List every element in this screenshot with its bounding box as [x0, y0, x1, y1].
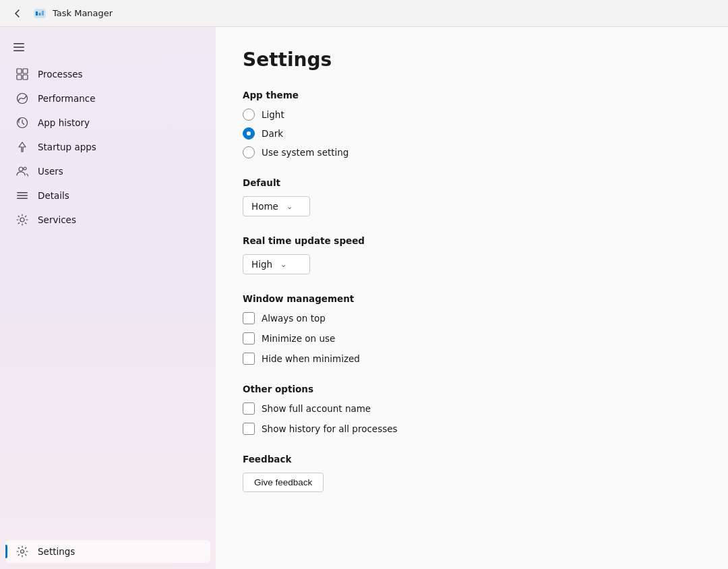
default-label: Default — [243, 177, 701, 188]
checkbox-box-hide-when-minimized — [243, 353, 255, 365]
realtime-update-dropdown[interactable]: High ⌄ — [243, 254, 310, 274]
sidebar-item-label: Users — [38, 166, 63, 177]
radio-dark-label: Dark — [262, 128, 283, 139]
sidebar-item-users[interactable]: Users — [5, 160, 210, 183]
app-theme-section: App theme Light Dark Use system setting — [243, 90, 701, 158]
svg-rect-5 — [13, 47, 24, 48]
sidebar-item-label: Details — [38, 190, 69, 201]
app-theme-radio-group: Light Dark Use system setting — [243, 109, 701, 158]
svg-point-19 — [21, 550, 24, 553]
realtime-update-value: High — [251, 259, 272, 270]
titlebar: Task Manager — [0, 0, 728, 27]
checkbox-show-full-account-name[interactable]: Show full account name — [243, 402, 701, 415]
radio-system-label: Use system setting — [262, 147, 348, 158]
processes-icon — [16, 68, 28, 80]
chevron-down-icon: ⌄ — [280, 260, 286, 269]
chevron-down-icon: ⌄ — [286, 202, 293, 211]
realtime-update-section: Real time update speed High ⌄ — [243, 235, 701, 274]
app-theme-label: App theme — [243, 90, 701, 100]
radio-light-label: Light — [262, 109, 284, 120]
radio-light[interactable]: Light — [243, 109, 701, 121]
window-management-label: Window management — [243, 293, 701, 304]
checkbox-box-show-full-account-name — [243, 402, 255, 415]
page-title: Settings — [243, 49, 701, 71]
checkbox-hide-when-minimized-label: Hide when minimized — [262, 353, 360, 364]
svg-point-14 — [24, 167, 26, 170]
sidebar-item-label: Processes — [38, 69, 83, 80]
radio-circle-system — [243, 146, 255, 158]
back-button[interactable] — [8, 4, 27, 23]
svg-point-13 — [19, 167, 23, 171]
svg-rect-9 — [17, 75, 22, 80]
checkbox-hide-when-minimized[interactable]: Hide when minimized — [243, 353, 701, 365]
default-dropdown[interactable]: Home ⌄ — [243, 196, 310, 216]
sidebar-item-services[interactable]: Services — [5, 208, 210, 231]
default-dropdown-value: Home — [251, 201, 278, 212]
sidebar-item-app-history[interactable]: App history — [5, 111, 210, 134]
services-icon — [16, 214, 28, 226]
svg-rect-10 — [23, 75, 28, 80]
svg-rect-6 — [13, 51, 24, 52]
users-icon — [16, 165, 28, 177]
radio-circle-dark — [243, 127, 255, 140]
checkbox-show-history-for-all-label: Show history for all processes — [262, 423, 398, 434]
svg-rect-8 — [23, 69, 28, 73]
checkbox-show-history-for-all[interactable]: Show history for all processes — [243, 423, 701, 435]
sidebar-item-settings[interactable]: Settings — [5, 540, 210, 563]
default-section: Default Home ⌄ — [243, 177, 701, 216]
radio-circle-light — [243, 109, 255, 121]
checkbox-box-show-history-for-all — [243, 423, 255, 435]
feedback-label: Feedback — [243, 454, 701, 465]
sidebar-item-processes[interactable]: Processes — [5, 63, 210, 86]
window-management-section: Window management Always on top Minimize… — [243, 293, 701, 365]
sidebar-item-details[interactable]: Details — [5, 184, 210, 207]
sidebar-item-performance[interactable]: Performance — [5, 87, 210, 110]
svg-rect-3 — [42, 11, 44, 16]
svg-rect-4 — [13, 43, 24, 44]
radio-system[interactable]: Use system setting — [243, 146, 701, 158]
give-feedback-button[interactable]: Give feedback — [243, 473, 324, 492]
other-options-section: Other options Show full account name Sho… — [243, 384, 701, 435]
content-area: Settings App theme Light Dark Use system — [216, 27, 728, 569]
sidebar: Processes Performance App history — [0, 27, 216, 569]
startup-apps-icon — [16, 141, 28, 153]
sidebar-item-label: Performance — [38, 93, 96, 104]
checkbox-always-on-top[interactable]: Always on top — [243, 312, 701, 324]
app-history-icon — [16, 117, 28, 129]
settings-icon — [16, 545, 28, 558]
app-icon — [34, 7, 46, 20]
svg-point-18 — [20, 218, 24, 222]
details-icon — [16, 189, 28, 202]
sidebar-item-label: Settings — [38, 546, 75, 557]
radio-dark[interactable]: Dark — [243, 127, 701, 140]
feedback-section: Feedback Give feedback — [243, 454, 701, 492]
checkbox-always-on-top-label: Always on top — [262, 313, 326, 324]
svg-rect-7 — [17, 69, 22, 73]
performance-icon — [16, 92, 28, 104]
realtime-update-label: Real time update speed — [243, 235, 701, 246]
sidebar-item-label: Services — [38, 214, 76, 225]
svg-rect-16 — [17, 195, 28, 196]
hamburger-button[interactable] — [5, 35, 32, 59]
sidebar-item-label: Startup apps — [38, 142, 96, 152]
checkbox-minimize-on-use[interactable]: Minimize on use — [243, 332, 701, 345]
svg-rect-2 — [39, 13, 41, 16]
other-options-checkbox-group: Show full account name Show history for … — [243, 402, 701, 435]
svg-rect-1 — [36, 11, 38, 16]
window-management-checkbox-group: Always on top Minimize on use Hide when … — [243, 312, 701, 365]
titlebar-title: Task Manager — [53, 8, 113, 18]
svg-rect-15 — [17, 192, 28, 193]
sidebar-item-startup-apps[interactable]: Startup apps — [5, 136, 210, 158]
main-layout: Processes Performance App history — [0, 27, 728, 569]
svg-rect-17 — [17, 198, 28, 200]
checkbox-show-full-account-name-label: Show full account name — [262, 403, 371, 414]
sidebar-item-label: App history — [38, 117, 90, 128]
checkbox-box-always-on-top — [243, 312, 255, 324]
other-options-label: Other options — [243, 384, 701, 394]
checkbox-minimize-on-use-label: Minimize on use — [262, 333, 335, 344]
checkbox-box-minimize-on-use — [243, 332, 255, 345]
